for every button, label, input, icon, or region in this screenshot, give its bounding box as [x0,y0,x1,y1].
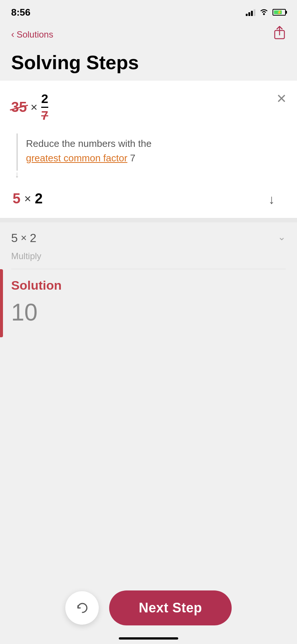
next-step-button[interactable]: Next Step [109,590,232,625]
section-divider [0,218,297,222]
multiply-sign-1: × [30,100,37,114]
math-expression: 35 × 2 7 [11,92,286,122]
ns-5: 5 [11,231,18,245]
bottom-area [0,337,297,486]
status-time: 8:56 [11,7,30,18]
share-button[interactable] [273,26,286,43]
solution-title: Solution [11,278,286,293]
status-bar: 8:56 ⚡ [0,0,297,22]
back-label: Solutions [17,29,53,40]
result-left: 5 [13,191,20,207]
vertical-line [17,133,17,171]
next-step-info: Multiply [0,251,297,269]
solution-bar [0,269,3,337]
back-button[interactable]: ‹ Solutions [11,29,53,40]
gcf-value: 7 [130,152,135,164]
main-card: ✕ 35 × 2 7 ↓ Reduce the numbers with the… [0,81,297,218]
download-icon[interactable]: ↓ [268,192,275,207]
fraction-denominator: 7 [41,109,48,122]
ns-2: 2 [30,231,36,245]
home-indicator [119,637,178,640]
ns-multiply: × [21,232,27,244]
nav-bar: ‹ Solutions [0,22,297,48]
page-title-section: Solving Steps [0,48,297,81]
back-chevron-icon: ‹ [11,29,14,40]
result-right: 2 [35,191,43,207]
arrow-down-icon: ↓ [15,169,19,180]
fraction-line [41,107,48,108]
status-icons: ⚡ [246,8,286,17]
fraction-numerator: 2 [41,92,48,106]
result-expression: 5 × 2 ↓ [11,191,286,207]
wifi-icon [259,8,269,17]
battery-icon: ⚡ [272,9,286,16]
step-description-prefix: Reduce the numbers with the [26,138,151,149]
fraction-2-7: 2 7 [41,92,48,122]
bottom-controls: Next Step [0,590,297,625]
number-35: 35 [11,99,27,115]
gcf-link[interactable]: greatest common factor [26,152,127,164]
close-button[interactable]: ✕ [276,91,287,106]
multiply-label: Multiply [11,251,41,261]
signal-icon [246,9,255,16]
solution-section: Solution 10 [0,269,297,337]
page-title: Solving Steps [11,52,286,73]
result-multiply: × [24,192,31,206]
svg-point-0 [263,13,265,15]
undo-button[interactable] [65,591,99,625]
step-text: Reduce the numbers with the greatest com… [26,133,151,180]
chevron-down-icon[interactable]: ⌄ [278,231,286,243]
next-step-preview-header: 5 × 2 ⌄ [0,222,297,251]
solution-value: 10 [11,299,286,326]
next-step-expression: 5 × 2 [11,231,36,245]
step-description: ↓ Reduce the numbers with the greatest c… [11,133,286,180]
arrow-line: ↓ [15,133,19,180]
